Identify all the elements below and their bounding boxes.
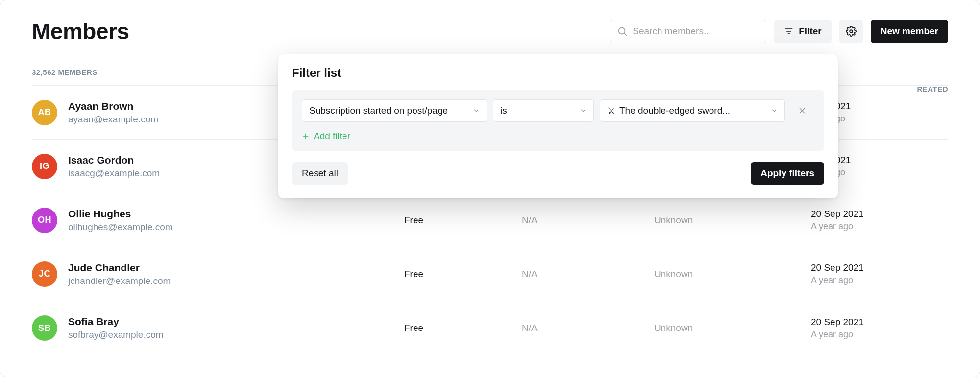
- members-page: Members Filter New member: [0, 0, 980, 377]
- chevron-down-icon: [771, 107, 778, 114]
- settings-button[interactable]: [839, 20, 863, 43]
- created-relative: A year ago: [811, 330, 864, 340]
- new-member-button[interactable]: New member: [871, 20, 948, 43]
- member-cell: JCJude Chandlerjchandler@example.com: [32, 261, 404, 287]
- plan-cell: Free: [404, 323, 522, 333]
- svg-point-5: [850, 30, 853, 33]
- member-email: ayaan@example.com: [68, 114, 158, 125]
- apply-filters-label: Apply filters: [760, 168, 814, 179]
- filter-value-text: The double-edged sword...: [619, 105, 730, 116]
- table-row[interactable]: SBSofia Braysofbray@example.comFreeN/AUn…: [32, 301, 948, 355]
- na-cell: N/A: [522, 215, 654, 226]
- location-cell: Unknown: [654, 323, 811, 333]
- filter-row: Subscription started on post/page is ⚔ T…: [302, 99, 814, 122]
- apply-filters-button[interactable]: Apply filters: [751, 162, 824, 185]
- created-date: 20 Sep 2021: [811, 262, 864, 273]
- created-date: 20 Sep 2021: [811, 209, 864, 219]
- search-input-wrap[interactable]: [610, 20, 766, 43]
- filter-icon: [784, 26, 794, 36]
- filter-popover-footer: Reset all Apply filters: [292, 162, 824, 185]
- created-date: 20 Sep 2021: [811, 317, 864, 328]
- member-email: ollhughes@example.com: [68, 222, 173, 233]
- table-row[interactable]: JCJude Chandlerjchandler@example.comFree…: [32, 247, 948, 301]
- member-name: Ayaan Brown: [68, 100, 158, 112]
- swords-icon: ⚔: [607, 105, 615, 117]
- filter-value-select[interactable]: ⚔ The double-edged sword...: [600, 99, 785, 122]
- gear-icon: [846, 26, 857, 37]
- filter-conditions: Subscription started on post/page is ⚔ T…: [292, 90, 824, 151]
- member-email: sofbray@example.com: [68, 330, 164, 340]
- member-email: isaacg@example.com: [68, 168, 160, 179]
- remove-filter-button[interactable]: [791, 99, 813, 122]
- na-cell: N/A: [522, 269, 654, 280]
- plan-cell: Free: [404, 269, 522, 280]
- chevron-down-icon: [580, 107, 587, 114]
- avatar: AB: [32, 100, 57, 125]
- page-title: Members: [32, 18, 129, 45]
- filter-button[interactable]: Filter: [774, 20, 831, 43]
- plus-icon: [302, 132, 310, 140]
- add-filter-label: Add filter: [314, 131, 350, 141]
- member-name: Jude Chandler: [68, 262, 171, 274]
- created-cell: 20 Sep 2021A year ago: [811, 262, 864, 285]
- member-name: Ollie Hughes: [68, 208, 173, 220]
- created-cell: 20 Sep 2021A year ago: [811, 317, 864, 340]
- filter-button-label: Filter: [799, 26, 821, 37]
- filter-field-value: Subscription started on post/page: [309, 105, 448, 116]
- created-relative: A year ago: [811, 221, 864, 232]
- page-header: Members Filter New member: [32, 18, 948, 45]
- filter-operator-select[interactable]: is: [493, 99, 594, 122]
- search-input[interactable]: [633, 26, 759, 37]
- search-icon: [617, 26, 628, 37]
- filter-field-select[interactable]: Subscription started on post/page: [302, 99, 487, 122]
- header-actions: Filter New member: [610, 20, 948, 43]
- member-cell: SBSofia Braysofbray@example.com: [32, 315, 404, 341]
- reset-filters-label: Reset all: [302, 168, 338, 179]
- created-relative: A year ago: [811, 275, 864, 285]
- filter-popover-title: Filter list: [292, 66, 824, 80]
- location-cell: Unknown: [654, 269, 811, 280]
- plan-cell: Free: [404, 215, 522, 226]
- member-email: jchandler@example.com: [68, 276, 171, 286]
- avatar: JC: [32, 261, 57, 287]
- avatar: IG: [32, 154, 57, 179]
- svg-line-1: [624, 33, 626, 35]
- reset-filters-button[interactable]: Reset all: [292, 162, 348, 185]
- created-column-header: REATED: [917, 85, 948, 93]
- member-name: Isaac Gordon: [68, 154, 160, 166]
- location-cell: Unknown: [654, 215, 811, 226]
- filter-operator-value: is: [500, 105, 507, 116]
- avatar: SB: [32, 315, 57, 341]
- new-member-label: New member: [881, 26, 938, 37]
- member-cell: OHOllie Hughesollhughes@example.com: [32, 208, 404, 233]
- member-name: Sofia Bray: [68, 316, 164, 328]
- filter-popover: Filter list Subscription started on post…: [278, 54, 838, 198]
- created-cell: 20 Sep 2021A year ago: [811, 209, 864, 232]
- close-icon: [798, 107, 806, 115]
- na-cell: N/A: [522, 323, 654, 333]
- table-row[interactable]: OHOllie Hughesollhughes@example.comFreeN…: [32, 193, 948, 247]
- avatar: OH: [32, 208, 57, 233]
- chevron-down-icon: [473, 107, 480, 114]
- add-filter-button[interactable]: Add filter: [302, 131, 814, 141]
